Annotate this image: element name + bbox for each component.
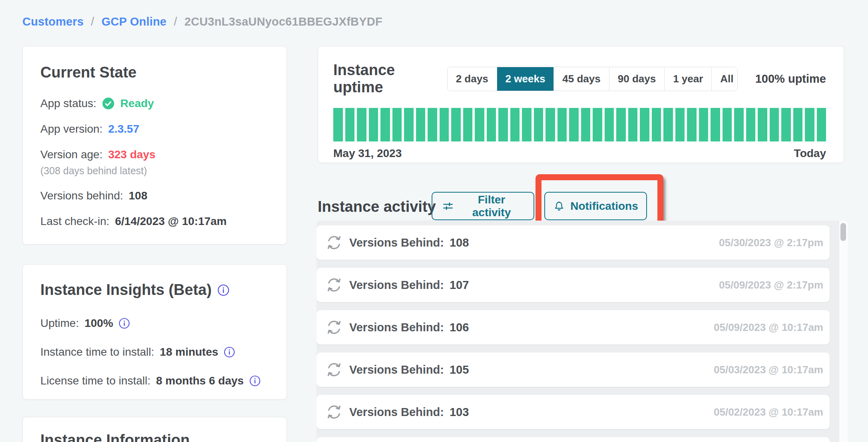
- activity-row-label: Versions Behind:: [349, 236, 444, 249]
- notifications-button[interactable]: Notifications: [544, 192, 647, 220]
- uptime-bar: [545, 108, 555, 141]
- info-icon[interactable]: [217, 284, 229, 296]
- instance-uptime-card: Instance uptime 2 days 2 weeks 45 days: [318, 46, 844, 163]
- uptime-range-tab[interactable]: All: [712, 67, 737, 91]
- uptime-range-tab[interactable]: 45 days: [554, 67, 609, 91]
- uptime-range-tab[interactable]: 1 year: [665, 67, 712, 91]
- uptime-bar: [793, 108, 803, 141]
- app-version-label: App version:: [40, 123, 103, 135]
- uptime-bar: [581, 108, 591, 141]
- uptime-range-tab[interactable]: 2 weeks: [497, 67, 554, 91]
- activity-row-label: Versions Behind:: [349, 279, 444, 292]
- uptime-range-tab-label: 45 days: [562, 73, 600, 85]
- uptime-bar-chart: [333, 108, 826, 141]
- version-age-label: Version age:: [40, 148, 103, 161]
- activity-row-partial[interactable]: [317, 437, 830, 442]
- version-age-note: (308 days behind latest): [40, 165, 269, 177]
- breadcrumb-customers[interactable]: Customers: [22, 15, 84, 28]
- versions-behind-value: 108: [129, 189, 147, 202]
- license-install-label: License time to install:: [40, 374, 150, 387]
- app-version-row: App version: 2.3.57: [40, 123, 269, 135]
- info-icon[interactable]: [224, 346, 235, 358]
- uptime-range-tab-label: All: [720, 73, 733, 85]
- activity-row[interactable]: Versions Behind: 105 05/03/2023 @ 10:17a…: [317, 352, 830, 387]
- activity-row-timestamp: 05/09/2023 @ 2:17pm: [719, 279, 823, 291]
- activity-row-timestamp: 05/09/2023 @ 10:17am: [714, 321, 823, 334]
- license-install-row: License time to install: 8 months 6 days: [40, 374, 269, 387]
- breadcrumb-separator: /: [170, 15, 181, 28]
- scrollbar-track[interactable]: [839, 221, 848, 442]
- filter-activity-label: Filter activity: [459, 193, 524, 219]
- last-checkin-label: Last check-in:: [40, 215, 109, 228]
- activity-row-timestamp: 05/02/2023 @ 10:17am: [714, 406, 823, 418]
- activity-row-timestamp: 05/03/2023 @ 10:17am: [714, 364, 823, 376]
- activity-row[interactable]: Versions Behind: 103 05/02/2023 @ 10:17a…: [317, 395, 830, 429]
- uptime-range-tab-label: 2 weeks: [506, 73, 545, 85]
- instance-activity-list: Versions Behind: 108 05/30/2023 @ 2:17pm: [317, 221, 848, 442]
- current-state-title: Current State: [40, 64, 269, 81]
- uptime-range-tab[interactable]: 2 days: [448, 67, 497, 91]
- uptime-bar: [487, 108, 496, 141]
- uptime-bar: [758, 108, 767, 141]
- activity-row-label: Versions Behind:: [349, 406, 444, 419]
- uptime-bar: [628, 108, 638, 141]
- uptime-bar: [652, 108, 661, 141]
- breadcrumb-app[interactable]: GCP Online: [102, 15, 167, 28]
- uptime-title: Instance uptime: [333, 62, 447, 96]
- page: Customers / GCP Online / 2CU3nL3saUNyoc6…: [0, 0, 868, 442]
- sync-icon: [325, 361, 343, 378]
- uptime-bar: [723, 108, 732, 141]
- instance-insights-title-text: Instance Insights (Beta): [40, 281, 212, 299]
- uptime-bar: [380, 108, 390, 141]
- instance-activity-title: Instance activity: [318, 198, 436, 215]
- activity-row[interactable]: Versions Behind: 106 05/09/2023 @ 10:17a…: [317, 310, 830, 344]
- last-checkin-row: Last check-in: 6/14/2023 @ 10:17am: [40, 215, 269, 228]
- uptime-bar: [522, 108, 532, 141]
- uptime-bar: [699, 108, 709, 141]
- uptime-bar: [675, 108, 685, 141]
- uptime-axis: May 31, 2023 Today: [333, 147, 826, 160]
- uptime-end-label: Today: [794, 147, 826, 160]
- uptime-bar: [605, 108, 614, 141]
- instance-insights-title: Instance Insights (Beta): [40, 281, 269, 299]
- uptime-bar: [357, 108, 366, 141]
- sync-icon: [325, 403, 343, 421]
- app-status-value: Ready: [120, 97, 154, 110]
- instance-insights-card: Instance Insights (Beta) Uptime: 100% In…: [22, 264, 287, 400]
- app-version-value[interactable]: 2.3.57: [108, 123, 139, 135]
- activity-row-value: 103: [450, 406, 469, 419]
- uptime-bar: [451, 108, 461, 141]
- uptime-bar: [687, 108, 697, 141]
- info-icon[interactable]: [119, 318, 130, 329]
- uptime-bar: [428, 108, 437, 141]
- uptime-value: 100%: [84, 317, 113, 330]
- uptime-bar: [392, 108, 402, 141]
- instance-information-card: Instance Information: [22, 417, 287, 442]
- uptime-bar: [805, 108, 814, 141]
- uptime-range-control: 2 days 2 weeks 45 days 90 days: [447, 67, 738, 91]
- uptime-range-tab[interactable]: 90 days: [609, 67, 665, 91]
- uptime-bar: [369, 108, 378, 141]
- instance-information-title: Instance Information: [40, 432, 269, 442]
- current-state-card: Current State App status: Ready App vers…: [22, 46, 287, 245]
- filter-activity-button[interactable]: Filter activity: [432, 192, 534, 220]
- check-circle-icon: [102, 97, 115, 110]
- notifications-label: Notifications: [570, 200, 638, 213]
- app-status-label: App status:: [40, 97, 96, 110]
- info-icon[interactable]: [249, 375, 261, 386]
- uptime-bar: [440, 108, 449, 141]
- activity-row[interactable]: Versions Behind: 107 05/09/2023 @ 2:17pm: [317, 268, 830, 302]
- uptime-bar: [498, 108, 508, 141]
- activity-row[interactable]: Versions Behind: 108 05/30/2023 @ 2:17pm: [317, 225, 830, 260]
- uptime-row: Uptime: 100%: [40, 317, 269, 330]
- scrollbar-thumb[interactable]: [840, 223, 846, 241]
- activity-rows: Versions Behind: 108 05/30/2023 @ 2:17pm: [317, 225, 830, 429]
- uptime-bar: [746, 108, 756, 141]
- filter-sliders-icon: [442, 200, 454, 212]
- uptime-summary: 100% uptime: [755, 72, 826, 86]
- uptime-bar: [463, 108, 473, 141]
- version-age-row: Version age: 323 days: [40, 148, 269, 161]
- uptime-header: Instance uptime 2 days 2 weeks 45 days: [333, 62, 826, 96]
- activity-row-value: 106: [450, 321, 469, 334]
- uptime-label: Uptime:: [40, 317, 79, 330]
